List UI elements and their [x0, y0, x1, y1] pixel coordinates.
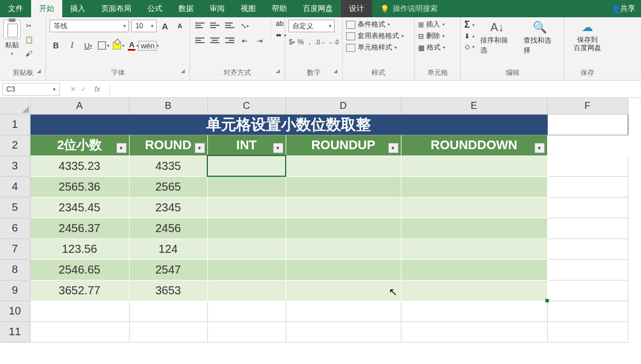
align-right-button[interactable]: [223, 35, 236, 46]
font-color-button[interactable]: A▾: [128, 40, 139, 51]
tab-file[interactable]: 文件: [0, 0, 31, 17]
bold-button[interactable]: B: [50, 39, 62, 52]
align-left-button[interactable]: [194, 35, 206, 46]
row-header-3[interactable]: 3: [0, 156, 30, 176]
cell-A6[interactable]: 2456.37: [30, 218, 129, 238]
cell-C6[interactable]: [207, 218, 286, 238]
title-cell[interactable]: 单元格设置小数位数取整: [30, 114, 547, 135]
header-roundup[interactable]: ROUNDUP▾: [286, 135, 401, 156]
cell-E7[interactable]: [401, 238, 547, 259]
tab-page-layout[interactable]: 页面布局: [93, 0, 139, 17]
cell-E11[interactable]: [401, 321, 547, 342]
cell-F10[interactable]: [547, 301, 628, 321]
cell-D7[interactable]: [286, 238, 401, 259]
cell-B11[interactable]: [129, 321, 207, 342]
cell-D11[interactable]: [286, 321, 401, 342]
cut-button[interactable]: ✂: [23, 21, 35, 31]
underline-button[interactable]: U▾: [82, 39, 94, 52]
tab-baidu[interactable]: 百度网盘: [295, 0, 341, 17]
cell-D6[interactable]: [286, 218, 401, 238]
number-format-select[interactable]: 自定义▾: [289, 20, 335, 32]
cell-C5[interactable]: [207, 197, 286, 218]
filter-button-D[interactable]: ▾: [388, 143, 399, 153]
align-dialog-launcher[interactable]: ◢: [276, 68, 280, 74]
delete-cells-button[interactable]: ⊟删除▾: [418, 31, 445, 41]
cell-A7[interactable]: 123.56: [30, 238, 129, 259]
phonetic-button[interactable]: wén▾: [142, 39, 155, 52]
cell-B7[interactable]: 124: [129, 238, 207, 259]
cell-F5[interactable]: [547, 197, 628, 218]
filter-button-B[interactable]: ▾: [195, 143, 205, 153]
row-header-4[interactable]: 4: [0, 176, 30, 197]
header-int[interactable]: INT▾: [207, 135, 286, 156]
cell-D3[interactable]: [286, 156, 401, 176]
tab-view[interactable]: 视图: [233, 0, 264, 17]
align-center-button[interactable]: [208, 35, 221, 46]
align-middle-button[interactable]: [208, 20, 221, 31]
row-header-5[interactable]: 5: [0, 197, 30, 218]
row-header-11[interactable]: 11: [0, 321, 30, 342]
format-painter-button[interactable]: 🖌: [23, 48, 35, 59]
cell-B6[interactable]: 2456: [129, 218, 207, 238]
cell-E8[interactable]: [401, 259, 547, 280]
cell-F4[interactable]: [547, 176, 628, 197]
cell-C3[interactable]: [207, 156, 286, 176]
cell-B5[interactable]: 2345: [129, 197, 207, 218]
col-header-E[interactable]: E: [401, 98, 547, 114]
copy-button[interactable]: 📋: [23, 35, 35, 45]
cell-E4[interactable]: [401, 176, 547, 197]
font-name-select[interactable]: 等线▾: [50, 20, 129, 32]
select-all-corner[interactable]: [0, 98, 30, 114]
decrease-decimal-button[interactable]: ←.0: [328, 36, 339, 48]
cell-D10[interactable]: [286, 301, 401, 321]
borders-button[interactable]: ▾: [98, 41, 109, 50]
align-top-button[interactable]: [194, 20, 206, 31]
row-header-10[interactable]: 10: [0, 301, 30, 321]
cell-F3[interactable]: [547, 156, 628, 176]
tab-review[interactable]: 审阅: [202, 0, 233, 17]
cell-C11[interactable]: [207, 321, 286, 342]
col-header-B[interactable]: B: [129, 98, 207, 114]
cell-B10[interactable]: [129, 301, 207, 321]
cell-C8[interactable]: [207, 259, 286, 280]
cell-A4[interactable]: 2565.36: [30, 176, 129, 197]
cell-F7[interactable]: [547, 238, 628, 259]
filter-button-E[interactable]: ▾: [534, 143, 545, 153]
row-header-9[interactable]: 9: [0, 280, 30, 301]
cell-B8[interactable]: 2547: [129, 259, 207, 280]
clipboard-dialog-launcher[interactable]: ◢: [37, 68, 41, 74]
cell-D9[interactable]: [286, 280, 401, 301]
row-header-1[interactable]: 1: [0, 114, 30, 135]
header-round[interactable]: ROUND▾: [129, 135, 207, 156]
header-rounddown[interactable]: ROUNDDOWN▾: [401, 135, 547, 156]
col-header-F[interactable]: F: [547, 98, 628, 114]
formula-input[interactable]: [110, 83, 641, 96]
cell-F6[interactable]: [547, 218, 628, 238]
filter-button-C[interactable]: ▾: [273, 143, 283, 153]
tab-formulas[interactable]: 公式: [139, 0, 170, 17]
cancel-formula-button[interactable]: ✕: [70, 85, 76, 93]
sheet-area[interactable]: A B C D E F 1 单元格设置小数位数取整 2 2位小数▾ ROUND▾…: [0, 98, 641, 364]
cell-A8[interactable]: 2546.65: [30, 259, 129, 280]
cell-F11[interactable]: [547, 321, 628, 342]
cell-E10[interactable]: [401, 301, 547, 321]
cell-E9[interactable]: [401, 280, 547, 301]
cell-D5[interactable]: [286, 197, 401, 218]
cell-B3[interactable]: 4335: [129, 156, 207, 176]
percent-button[interactable]: %: [297, 36, 304, 48]
cell-D8[interactable]: [286, 259, 401, 280]
cell-A5[interactable]: 2345.45: [30, 197, 129, 218]
row-header-2[interactable]: 2: [0, 135, 30, 156]
row-header-6[interactable]: 6: [0, 218, 30, 238]
orientation-button[interactable]: ⤡▾: [238, 20, 251, 32]
fill-button[interactable]: ⬇▾: [464, 32, 475, 40]
row-header-7[interactable]: 7: [0, 238, 30, 259]
cell-E5[interactable]: [401, 197, 547, 218]
header-2bit[interactable]: 2位小数▾: [30, 135, 129, 156]
tab-data[interactable]: 数据: [170, 0, 202, 17]
cell-C7[interactable]: [207, 238, 286, 259]
fill-color-button[interactable]: ▾: [113, 41, 124, 50]
cell-B4[interactable]: 2565: [129, 176, 207, 197]
table-format-button[interactable]: 套用表格格式▾: [346, 31, 404, 41]
cell-E3[interactable]: [401, 156, 547, 176]
